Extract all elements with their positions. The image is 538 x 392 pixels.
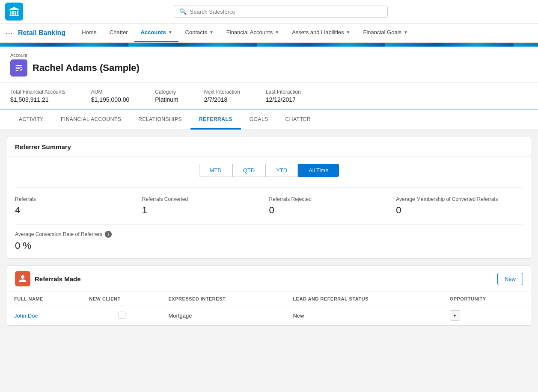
stat-last-interaction-value: 12/12/2017 bbox=[266, 96, 301, 103]
stat-total-financial-accounts: Total Financial Accounts $1,503,911.21 bbox=[10, 89, 65, 103]
stat-referrals-converted-value: 1 bbox=[142, 205, 269, 216]
nav-item-financial-accounts[interactable]: Financial Accounts ▼ bbox=[220, 24, 285, 42]
financial-goals-chevron-icon: ▼ bbox=[404, 30, 408, 35]
col-header-opportunity: Opportunity bbox=[443, 292, 531, 306]
nav-item-assets-liabilities-label: Assets and Liabilities bbox=[292, 29, 344, 35]
search-bar[interactable]: 🔍 bbox=[174, 6, 388, 18]
cell-full-name: John Doe bbox=[7, 306, 82, 325]
stat-aum-label: AUM bbox=[91, 89, 130, 95]
referrals-made-header-left: Referrals Made bbox=[15, 271, 81, 286]
stat-referrals-converted-label: Referrals Converted bbox=[142, 196, 269, 202]
stat-total-financial-accounts-value: $1,503,911.21 bbox=[10, 96, 65, 103]
new-referral-button[interactable]: New bbox=[497, 273, 523, 285]
stat-aum-value: $1,195,000.00 bbox=[91, 96, 130, 103]
stat-last-interaction-label: Last Interaction bbox=[266, 89, 301, 95]
stats-grid: Referrals 4 Referrals Converted 1 Referr… bbox=[15, 187, 523, 218]
banner-stripe bbox=[0, 43, 538, 47]
stat-referrals: Referrals 4 bbox=[15, 195, 142, 218]
search-input[interactable] bbox=[190, 9, 382, 15]
account-icon bbox=[10, 59, 27, 77]
stat-next-interaction-value: 2/7/2018 bbox=[204, 96, 240, 103]
opportunity-dropdown[interactable]: ▼ bbox=[450, 310, 460, 321]
tab-referrals[interactable]: Referrals bbox=[190, 110, 241, 130]
account-breadcrumb: Account bbox=[10, 53, 528, 58]
app-switcher-icon[interactable]: ⋯ bbox=[5, 28, 13, 38]
nav-item-accounts-label: Accounts bbox=[140, 29, 166, 35]
stat-avg-conversion-row: Average Conversion Rate of Referrers i 0… bbox=[15, 224, 523, 251]
app-logo bbox=[5, 3, 23, 21]
tab-financial-accounts[interactable]: Financial Accounts bbox=[52, 110, 130, 130]
tab-relationships[interactable]: Relationships bbox=[130, 110, 190, 130]
stat-referrals-value: 4 bbox=[15, 205, 142, 216]
nav-item-financial-goals[interactable]: Financial Goals ▼ bbox=[357, 24, 414, 42]
nav-item-home[interactable]: Home bbox=[76, 24, 103, 42]
referrer-summary-card: Referrer Summary MTD QTD YTD All Time Re… bbox=[7, 137, 531, 259]
stat-next-interaction: Next Interaction 2/7/2018 bbox=[204, 89, 240, 103]
col-header-expressed-interest: Expressed Interest bbox=[161, 292, 286, 306]
nav-item-assets-liabilities[interactable]: Assets and Liabilities ▼ bbox=[286, 24, 356, 42]
referrals-made-icon bbox=[15, 271, 30, 286]
stat-total-financial-accounts-label: Total Financial Accounts bbox=[10, 89, 65, 95]
stat-referrals-rejected-value: 0 bbox=[269, 205, 396, 216]
referrals-made-header: Referrals Made New bbox=[7, 266, 531, 292]
tab-chatter[interactable]: Chatter bbox=[277, 110, 319, 130]
assets-liabilities-chevron-icon: ▼ bbox=[346, 30, 351, 35]
stat-category-label: Category bbox=[155, 89, 178, 95]
nav-item-chatter[interactable]: Chatter bbox=[104, 24, 134, 42]
financial-accounts-chevron-icon: ▼ bbox=[275, 30, 279, 35]
stat-aum: AUM $1,195,000.00 bbox=[91, 89, 130, 103]
account-stats: Total Financial Accounts $1,503,911.21 A… bbox=[0, 83, 538, 110]
nav-bar: ⋯ Retail Banking Home Chatter Accounts ▼… bbox=[0, 24, 538, 43]
stat-avg-conversion-value: 0 % bbox=[15, 240, 523, 251]
col-header-lead-status: Lead and Referral Status bbox=[286, 292, 443, 306]
stat-last-interaction: Last Interaction 12/12/2017 bbox=[266, 89, 301, 103]
new-client-checkbox[interactable] bbox=[119, 312, 125, 318]
referrals-made-title: Referrals Made bbox=[35, 275, 81, 283]
tab-activity[interactable]: Activity bbox=[10, 110, 52, 130]
search-icon: 🔍 bbox=[179, 8, 187, 15]
col-header-full-name: Full Name bbox=[7, 292, 82, 306]
cell-opportunity: ▼ bbox=[443, 306, 531, 325]
time-filter-group: MTD QTD YTD All Time bbox=[15, 164, 523, 177]
contacts-chevron-icon: ▼ bbox=[209, 30, 214, 35]
info-icon[interactable]: i bbox=[105, 231, 112, 238]
stat-avg-conversion-label: Average Conversion Rate of Referrers i bbox=[15, 231, 523, 238]
time-filter-ytd[interactable]: YTD bbox=[265, 164, 298, 177]
referrals-made-card: Referrals Made New Full Name New Client … bbox=[7, 265, 531, 326]
cell-lead-status: New bbox=[286, 306, 443, 325]
referrer-summary-body: MTD QTD YTD All Time Referrals 4 Referra… bbox=[7, 157, 531, 258]
stat-category: Category Platinum bbox=[155, 89, 178, 103]
stat-avg-membership-label: Average Membership of Converted Referral… bbox=[396, 196, 523, 202]
stat-avg-membership: Average Membership of Converted Referral… bbox=[396, 195, 523, 218]
referrals-table: Full Name New Client Expressed Interest … bbox=[7, 292, 531, 325]
app-name: Retail Banking bbox=[18, 29, 65, 37]
nav-item-chatter-label: Chatter bbox=[110, 29, 128, 35]
nav-item-financial-accounts-label: Financial Accounts bbox=[226, 29, 273, 35]
account-title-row: Rachel Adams (Sample) bbox=[10, 59, 528, 77]
account-name: Rachel Adams (Sample) bbox=[33, 62, 140, 74]
account-header: Account Rachel Adams (Sample) bbox=[0, 47, 538, 83]
stat-referrals-rejected-label: Referrals Rejected bbox=[269, 196, 396, 202]
stat-referrals-converted: Referrals Converted 1 bbox=[142, 195, 269, 218]
tab-goals[interactable]: Goals bbox=[241, 110, 277, 130]
stat-referrals-label: Referrals bbox=[15, 196, 142, 202]
time-filter-mtd[interactable]: MTD bbox=[199, 164, 232, 177]
full-name-link[interactable]: John Doe bbox=[14, 312, 38, 319]
top-bar: 🔍 bbox=[0, 0, 538, 24]
sub-tabs: Activity Financial Accounts Relationship… bbox=[0, 110, 538, 130]
time-filter-all-time[interactable]: All Time bbox=[298, 164, 339, 177]
nav-item-accounts[interactable]: Accounts ▼ bbox=[134, 24, 178, 42]
nav-item-contacts-label: Contacts bbox=[185, 29, 207, 35]
table-row: John Doe Mortgage New ▼ bbox=[7, 306, 531, 325]
accounts-chevron-icon: ▼ bbox=[168, 30, 172, 35]
nav-item-contacts[interactable]: Contacts ▼ bbox=[179, 24, 220, 42]
time-filter-qtd[interactable]: QTD bbox=[232, 164, 265, 177]
stat-avg-membership-value: 0 bbox=[396, 205, 523, 216]
stat-category-value: Platinum bbox=[155, 96, 178, 103]
referrer-summary-title: Referrer Summary bbox=[7, 137, 531, 157]
main-content: Referrer Summary MTD QTD YTD All Time Re… bbox=[0, 130, 538, 339]
nav-item-home-label: Home bbox=[82, 29, 97, 35]
nav-items: Home Chatter Accounts ▼ Contacts ▼ Finan… bbox=[76, 24, 414, 42]
stat-referrals-rejected: Referrals Rejected 0 bbox=[269, 195, 396, 218]
search-wrapper: 🔍 bbox=[28, 6, 533, 18]
